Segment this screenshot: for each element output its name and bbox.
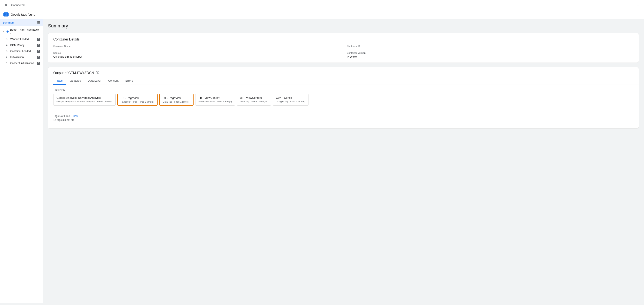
tag-card-name: FB - ViewContent: [198, 96, 232, 99]
sidebar-item-label: Initialization: [10, 56, 35, 59]
more-options-icon[interactable]: ⋮: [636, 3, 640, 8]
sidebar-item[interactable]: 4 DOM Ready G: [0, 42, 42, 48]
sidebar-item[interactable]: 1 Consent Initialization G: [0, 60, 42, 66]
tags-fired-grid: Google Analytics Universal Analytics Goo…: [53, 94, 634, 106]
tag-card[interactable]: GA4 - Config Google Tag - Fired 1 time(s…: [273, 94, 308, 106]
sidebar-item-badge: G: [36, 38, 40, 41]
container-details-title: Container Details: [53, 38, 634, 41]
tab-data-layer[interactable]: Data Layer: [84, 77, 105, 85]
sidebar-item-num: 4: [6, 44, 8, 47]
main-layout: Summary ☰ ▼ ◆ Better Than Thumbtack ... …: [0, 19, 644, 303]
tab-tags[interactable]: Tags: [53, 77, 66, 85]
parent-item-label: Better Than Thumbtack ...: [10, 28, 40, 35]
tab-variables[interactable]: Variables: [66, 77, 84, 85]
divider: [53, 110, 634, 110]
tags-found-label: Google tags found: [11, 13, 35, 16]
list-icon[interactable]: ☰: [37, 21, 40, 25]
sidebar-item-label: Container Loaded: [10, 50, 35, 53]
sidebar-parent-item[interactable]: ▼ ◆ Better Than Thumbtack ...: [0, 26, 42, 36]
connection-status: Connected: [11, 4, 24, 7]
sidebar-item[interactable]: 3 Container Loaded G: [0, 48, 42, 54]
page-title: Summary: [48, 23, 639, 29]
tag-card-sub: Facebook Pixel - Fired 1 time(s): [198, 100, 232, 103]
container-details-card: Container Details Container Name Contain…: [48, 33, 639, 63]
tags-fired-label: Tags Fired: [53, 88, 634, 91]
top-bar: ✕ Connected ⋮: [0, 0, 644, 10]
source-label: Source: [53, 52, 340, 54]
sidebar-summary-left: Summary: [2, 21, 14, 24]
diamond-icon: ◆: [6, 30, 9, 33]
summary-label: Summary: [2, 21, 14, 24]
tags-not-fired-section: Tags Not Fired Show 16 tags did not fire: [53, 113, 634, 125]
tags-not-fired-row: Tags Not Fired Show: [53, 115, 634, 118]
tag-card[interactable]: DT - ViewContent Data Tag - Fired 1 time…: [237, 94, 271, 106]
tag-card-name: Google Analytics Universal Analytics: [56, 96, 112, 99]
tag-card-sub: Data Tag - Fired 1 time(s): [163, 100, 190, 103]
content-area: Summary Container Details Container Name…: [43, 19, 644, 303]
tag-card-name: FB - PageView: [121, 96, 154, 100]
container-version-row: Container Version Preview: [347, 52, 634, 58]
tag-card[interactable]: FB - ViewContent Facebook Pixel - Fired …: [195, 94, 235, 106]
tag-card-sub: Facebook Pixel - Fired 1 time(s): [121, 100, 154, 103]
tags-found-bar: 2 Google tags found: [0, 10, 644, 19]
output-card: Output of GTM-PW4ZDCN ⓘ TagsVariablesDat…: [48, 67, 639, 129]
tag-card-name: DT - ViewContent: [240, 96, 268, 99]
tab-consent[interactable]: Consent: [105, 77, 122, 85]
show-not-fired-button[interactable]: Show: [72, 115, 78, 118]
sidebar-item-label: Window Loaded: [10, 38, 35, 41]
sidebar: Summary ☰ ▼ ◆ Better Than Thumbtack ... …: [0, 19, 43, 303]
source-value: On-page gtm.js snippet: [53, 55, 340, 58]
help-icon[interactable]: ⓘ: [96, 71, 99, 75]
tab-errors[interactable]: Errors: [122, 77, 136, 85]
container-name-label: Container Name: [53, 45, 340, 47]
tags-count-badge: 2: [4, 13, 8, 17]
container-id-row: Container ID: [347, 45, 634, 48]
output-title: Output of GTM-PW4ZDCN: [53, 71, 94, 75]
expand-arrow-icon: ▼: [2, 30, 5, 33]
sidebar-summary-item[interactable]: Summary ☰: [0, 19, 42, 26]
tag-card-sub: Google Analytics: Universal Analytics - …: [56, 100, 112, 103]
sidebar-item-num: 5: [6, 38, 8, 41]
output-header: Output of GTM-PW4ZDCN ⓘ: [48, 67, 639, 75]
container-name-row: Container Name: [53, 45, 340, 48]
tag-card-sub: Data Tag - Fired 1 time(s): [240, 100, 268, 103]
tag-card[interactable]: Google Analytics Universal Analytics Goo…: [53, 94, 116, 106]
sidebar-items-list: 5 Window Loaded G 4 DOM Ready G 3 Contai…: [0, 36, 42, 66]
sidebar-item[interactable]: 2 Initialization G: [0, 54, 42, 60]
top-bar-left: ✕ Connected: [4, 3, 24, 8]
tabs-bar: TagsVariablesData LayerConsentErrors: [48, 77, 639, 85]
close-icon[interactable]: ✕: [4, 3, 8, 8]
tag-card-sub: Google Tag - Fired 1 time(s): [276, 100, 305, 103]
tag-card[interactable]: FB - PageView Facebook Pixel - Fired 1 t…: [117, 94, 158, 106]
tag-card[interactable]: DT - PageView Data Tag - Fired 1 time(s): [159, 94, 194, 106]
sidebar-item-num: 3: [6, 50, 8, 53]
sidebar-item-num: 2: [6, 56, 8, 59]
sidebar-item-num: 1: [6, 62, 8, 65]
sidebar-item-badge: G: [36, 62, 40, 65]
version-value: Preview: [347, 55, 634, 58]
container-id-label: Container ID: [347, 45, 634, 47]
sidebar-item[interactable]: 5 Window Loaded G: [0, 36, 42, 42]
sidebar-item-label: DOM Ready: [10, 44, 35, 47]
version-label: Container Version: [347, 52, 634, 54]
tags-not-fired-label: Tags Not Fired: [53, 115, 70, 118]
tag-card-name: DT - PageView: [163, 96, 190, 100]
container-details-grid: Container Name Container ID Source On-pa…: [53, 45, 634, 58]
sidebar-item-badge: G: [36, 44, 40, 47]
tags-not-fired-count: 16 tags did not fire: [53, 118, 634, 121]
sidebar-item-label: Consent Initialization: [10, 62, 35, 65]
tags-section: Tags Fired Google Analytics Universal An…: [48, 85, 639, 128]
sidebar-item-badge: G: [36, 56, 40, 59]
container-source-row: Source On-page gtm.js snippet: [53, 52, 340, 58]
tag-card-name: GA4 - Config: [276, 96, 305, 99]
sidebar-item-badge: G: [36, 50, 40, 53]
